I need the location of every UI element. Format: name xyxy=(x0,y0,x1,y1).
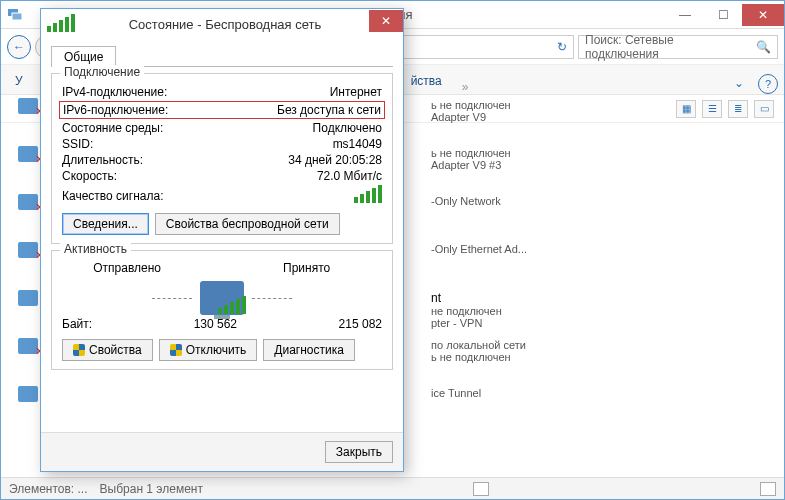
diagnose-button[interactable]: Диагностика xyxy=(263,339,355,361)
dialog-title: Состояние - Беспроводная сеть xyxy=(81,17,369,32)
connection-status: ь не подключен xyxy=(431,147,511,159)
dialog-footer: Закрыть xyxy=(41,432,403,471)
ribbon-expand-button[interactable]: ⌄ xyxy=(726,72,752,94)
media-label: Состояние среды: xyxy=(62,121,313,135)
group-connection-label: Подключение xyxy=(60,65,144,79)
shield-icon xyxy=(73,344,85,356)
row-ssid: SSID: ms14049 xyxy=(62,136,382,152)
signal-bars xyxy=(354,185,382,206)
adapter-icon xyxy=(18,194,38,210)
connection-item[interactable]: ice Tunnel xyxy=(431,384,774,432)
ssid-label: SSID: xyxy=(62,137,333,151)
help-icon[interactable]: ? xyxy=(758,74,778,94)
bytes-received-value: 215 082 xyxy=(339,317,382,331)
connection-status: -Only Ethernet Ad... xyxy=(431,243,527,255)
row-duration: Длительность: 34 дней 20:05:28 xyxy=(62,152,382,168)
ribbon-tab-organize[interactable]: У xyxy=(1,68,37,94)
dialog-tabstrip: Общие xyxy=(51,45,393,67)
connection-item[interactable]: ь не подключенAdapter V9 xyxy=(431,96,774,144)
minimize-button[interactable]: — xyxy=(666,4,704,26)
ipv6-label: IPv6-подключение: xyxy=(63,103,277,117)
properties-button-label: Свойства xyxy=(89,343,142,357)
search-input[interactable]: Поиск: Сетевые подключения 🔍 xyxy=(578,35,778,59)
status-bar: Элементов: ... Выбран 1 элемент xyxy=(1,477,784,499)
shield-icon xyxy=(170,344,182,356)
connection-adapter: Adapter V9 #3 xyxy=(431,159,511,171)
bytes-sent-value: 130 562 xyxy=(92,317,339,331)
adapter-icon xyxy=(18,98,38,114)
media-value: Подключено xyxy=(313,121,382,135)
ssid-value: ms14049 xyxy=(333,137,382,151)
row-signal-quality: Качество сигнала: xyxy=(62,184,382,207)
row-ipv6-highlighted: IPv6-подключение: Без доступа к сети xyxy=(59,101,385,119)
nav-back-button[interactable]: ← xyxy=(7,35,31,59)
close-button[interactable]: Закрыть xyxy=(325,441,393,463)
connection-adapter: Adapter V9 xyxy=(431,111,511,123)
connection-status: -Only Network xyxy=(431,195,501,207)
tab-general[interactable]: Общие xyxy=(51,46,116,67)
wireless-properties-button[interactable]: Свойства беспроводной сети xyxy=(155,213,340,235)
speed-value: 72.0 Мбит/с xyxy=(317,169,382,183)
signal-label: Качество сигнала: xyxy=(62,189,354,203)
connection-adapter: pter - VPN xyxy=(431,317,502,329)
connection-item[interactable]: -Only Network xyxy=(431,192,774,240)
group-activity-label: Активность xyxy=(60,242,131,256)
row-ipv4: IPv4-подключение: Интернет xyxy=(62,84,382,100)
activity-header: Отправлено Принято xyxy=(62,261,382,275)
connection-status: не подключен xyxy=(431,305,502,317)
details-button[interactable]: Сведения... xyxy=(62,213,149,235)
view-mode-icon[interactable] xyxy=(473,482,489,496)
connection-item[interactable]: по локальной сетиь не подключен xyxy=(431,336,774,384)
chevron-right-icon: » xyxy=(462,80,469,94)
ipv6-value: Без доступа к сети xyxy=(277,103,381,117)
connection-item[interactable]: ь не подключенAdapter V9 #3 xyxy=(431,144,774,192)
group-connection: Подключение IPv4-подключение: Интернет I… xyxy=(51,73,393,244)
monitor-icon xyxy=(200,281,244,315)
dialog-close-button[interactable]: ✕ xyxy=(369,10,403,32)
connections-list: ь не подключенAdapter V9ь не подключенAd… xyxy=(431,96,774,432)
speed-label: Скорость: xyxy=(62,169,317,183)
network-icon xyxy=(7,7,23,23)
ipv4-label: IPv4-подключение: xyxy=(62,85,330,99)
search-placeholder: Поиск: Сетевые подключения xyxy=(585,33,750,61)
close-window-button[interactable]: ✕ xyxy=(742,4,784,26)
connection-item[interactable]: ntне подключенpter - VPN xyxy=(431,288,774,336)
connection-name: nt xyxy=(431,291,502,305)
dialog-titlebar: Состояние - Беспроводная сеть ✕ xyxy=(41,9,403,39)
refresh-icon[interactable]: ↻ xyxy=(557,40,567,54)
group-activity: Активность Отправлено Принято Байт: 130 … xyxy=(51,250,393,370)
adapter-icon xyxy=(18,242,38,258)
wifi-status-dialog: Состояние - Беспроводная сеть ✕ Общие По… xyxy=(40,8,404,472)
connection-status: по локальной сети xyxy=(431,339,526,351)
svg-rect-1 xyxy=(12,13,22,20)
dash-icon xyxy=(152,298,192,299)
adapter-icon xyxy=(18,338,38,354)
sent-label: Отправлено xyxy=(62,261,169,275)
disable-button[interactable]: Отключить xyxy=(159,339,258,361)
status-text-count: Элементов: ... xyxy=(9,482,88,496)
view-mode-icon[interactable] xyxy=(760,482,776,496)
connection-adapter: ь не подключен xyxy=(431,351,526,363)
connection-status: ь не подключен xyxy=(431,99,511,111)
search-icon: 🔍 xyxy=(756,40,771,54)
received-label: Принято xyxy=(275,261,382,275)
ipv4-value: Интернет xyxy=(330,85,382,99)
bytes-label: Байт: xyxy=(62,317,92,331)
signal-icon xyxy=(47,14,75,35)
disable-button-label: Отключить xyxy=(186,343,247,357)
adapter-icon xyxy=(18,146,38,162)
activity-diagram xyxy=(62,281,382,315)
dash-icon xyxy=(252,298,292,299)
adapter-icon xyxy=(18,386,38,402)
ribbon-tab-network-devices[interactable]: йства xyxy=(397,68,456,94)
properties-button[interactable]: Свойства xyxy=(62,339,153,361)
connection-status: ice Tunnel xyxy=(431,387,481,399)
row-bytes: Байт: 130 562 215 082 xyxy=(62,317,382,331)
duration-label: Длительность: xyxy=(62,153,288,167)
row-speed: Скорость: 72.0 Мбит/с xyxy=(62,168,382,184)
row-media-state: Состояние среды: Подключено xyxy=(62,120,382,136)
adapter-icon xyxy=(18,290,38,306)
connection-item[interactable]: -Only Ethernet Ad... xyxy=(431,240,774,288)
duration-value: 34 дней 20:05:28 xyxy=(288,153,382,167)
maximize-button[interactable]: ☐ xyxy=(704,4,742,26)
